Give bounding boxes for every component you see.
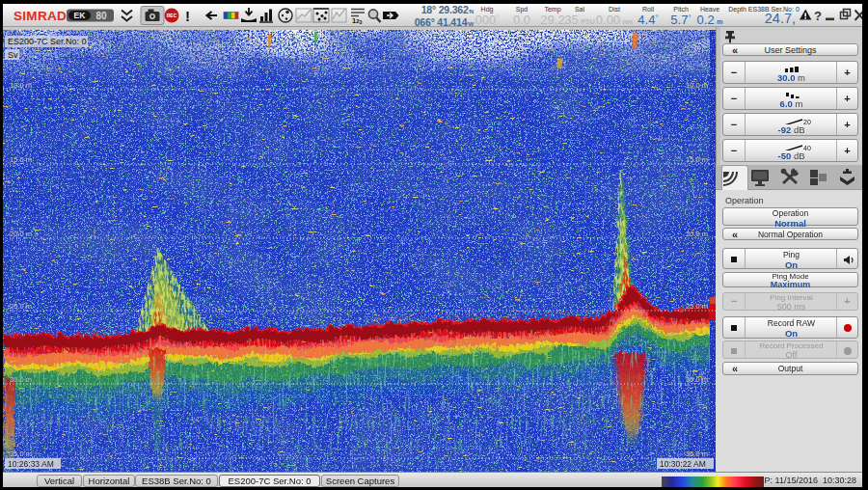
svg-text:10:30:22 AM: 10:30:22 AM bbox=[660, 459, 706, 469]
svg-text:30.0 m: 30.0 m bbox=[686, 375, 708, 384]
svg-text:80: 80 bbox=[95, 11, 107, 21]
svg-text:REC: REC bbox=[167, 13, 177, 18]
svg-text:10.0 m: 10.0 m bbox=[10, 81, 32, 90]
svg-text:25.0 m: 25.0 m bbox=[10, 302, 32, 311]
svg-text:15.0 m: 15.0 m bbox=[686, 155, 708, 164]
svg-text:?: ? bbox=[814, 9, 822, 23]
svg-text:30.0 m: 30.0 m bbox=[10, 375, 32, 384]
svg-text:20.0 m: 20.0 m bbox=[10, 230, 32, 238]
svg-text:35.0 m: 35.0 m bbox=[10, 449, 32, 458]
svg-text:Sv: Sv bbox=[8, 50, 18, 60]
svg-text:123: 123 bbox=[352, 16, 363, 25]
svg-text:35.0 m: 35.0 m bbox=[686, 449, 708, 458]
svg-text:10.0 m: 10.0 m bbox=[686, 81, 708, 90]
svg-text:SIMRAD: SIMRAD bbox=[14, 9, 67, 23]
svg-text:10:26:33 AM: 10:26:33 AM bbox=[8, 459, 54, 469]
svg-text:!: ! bbox=[185, 8, 190, 24]
svg-text:25.0 m: 25.0 m bbox=[686, 302, 708, 311]
svg-text:15.0 m: 15.0 m bbox=[10, 155, 32, 164]
svg-text:EK: EK bbox=[74, 11, 87, 20]
svg-text:ES200-7C Ser.No: 0: ES200-7C Ser.No: 0 bbox=[8, 37, 87, 46]
svg-text:20.0 m: 20.0 m bbox=[686, 230, 708, 238]
